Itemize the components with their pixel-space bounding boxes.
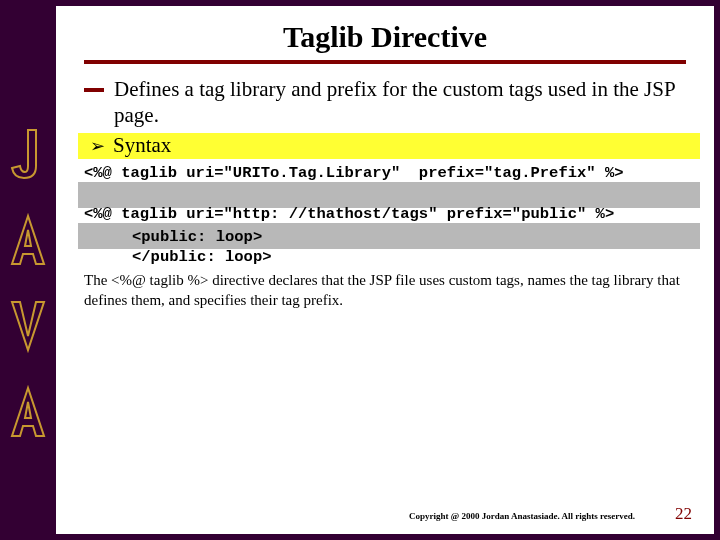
footer: Copyright @ 2000 Jordan Anastasiade. All…	[84, 504, 692, 524]
syntax-label: Syntax	[113, 133, 171, 158]
java-letter-j	[6, 126, 50, 184]
code-line-1: <%@ taglib uri="URITo.Tag.Library" prefi…	[84, 164, 686, 183]
main-bullet: Defines a tag library and prefix for the…	[84, 76, 686, 129]
syntax-bullet: ➢ Syntax	[90, 133, 686, 158]
code-tag-close: </public: loop>	[132, 248, 686, 267]
explain-text: The <%@ taglib %> directive declares tha…	[84, 271, 686, 310]
code-line-2: <%@ taglib uri="http: //thathost/tags" p…	[84, 205, 686, 224]
code-block-2: <%@ taglib uri="http: //thathost/tags" p…	[84, 205, 686, 224]
highlight-bar-grey-1	[78, 182, 700, 208]
slide-title: Taglib Directive	[84, 20, 686, 54]
code-block-1: <%@ taglib uri="URITo.Tag.Library" prefi…	[84, 164, 686, 183]
java-letter-v	[6, 298, 50, 356]
page-number: 22	[675, 504, 692, 524]
arrow-right-icon: ➢	[90, 135, 105, 157]
bullet-dash-icon	[84, 88, 104, 92]
slide: Taglib Directive Defines a tag library a…	[56, 6, 714, 534]
java-letter-a1	[6, 212, 50, 270]
code-tag-open: <public: loop>	[132, 228, 686, 247]
main-bullet-text: Defines a tag library and prefix for the…	[114, 76, 686, 129]
title-rule	[84, 60, 686, 62]
java-letter-a2	[6, 384, 50, 442]
java-rail	[4, 6, 52, 534]
copyright-text: Copyright @ 2000 Jordan Anastasiade. All…	[409, 511, 635, 521]
